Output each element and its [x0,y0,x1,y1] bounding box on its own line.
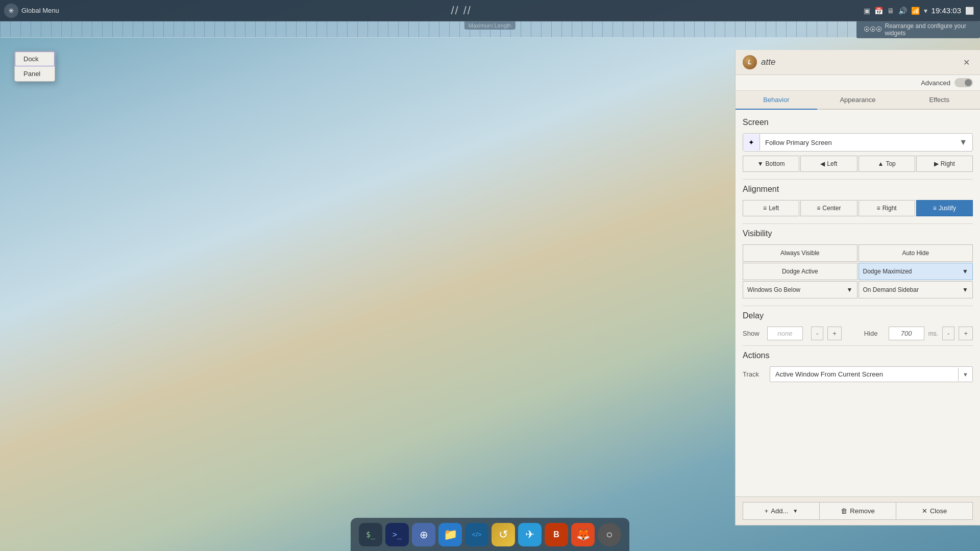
tab-appearance[interactable]: Appearance [817,91,899,109]
show-delay-plus-button[interactable]: + [827,327,842,340]
taskbar-firefox-icon[interactable]: 🦊 [571,523,595,546]
visibility-section-title: Visibility [743,229,973,238]
visibility-on-demand-sidebar-button[interactable]: On Demand Sidebar ▼ [859,281,973,298]
align-center-button[interactable]: ≡ Center [800,200,857,216]
section-divider-4 [743,345,973,346]
visibility-dodge-maximized-button[interactable]: Dodge Maximized ▼ [859,263,973,280]
align-left-button[interactable]: ≡ Left [743,200,799,216]
advanced-row: Advanced [736,75,980,91]
visibility-auto-hide-button[interactable]: Auto Hide [859,244,973,262]
visibility-windows-go-below-button[interactable]: Windows Go Below ▼ [743,281,857,298]
hide-delay-input[interactable] [889,327,924,340]
window-icon[interactable]: ▣ [864,7,870,15]
taskbar-files-icon[interactable]: 📁 [438,523,462,546]
latte-content: Screen ✦ Follow Primary Screen ▼ ▼ Botto… [736,110,980,496]
dropdown-arrow-icon[interactable]: ▾ [924,7,927,15]
tab-effects[interactable]: Effects [898,91,980,109]
bottom-buttons: + Add... ▼ 🗑 Remove ✕ Close [736,496,980,525]
position-top-button[interactable]: ▲ Top [859,156,915,172]
visibility-dodge-active-button[interactable]: Dodge Active [743,263,857,280]
hide-delay-unit: ms. [928,330,938,337]
on-demand-sidebar-arrow-icon: ▼ [962,286,968,293]
latte-title-text: atte [761,57,775,67]
add-button[interactable]: + Add... ▼ [743,502,820,520]
calendar-icon[interactable]: 📅 [874,7,883,15]
taskbar-brave-icon[interactable]: B [545,523,568,546]
actions-section-title: Actions [743,351,973,360]
taskbar: $_ >_ ⊕ 📁 </> ↺ ✈ B 🦊 ○ [351,518,629,551]
visibility-always-visible-button[interactable]: Always Visible [743,244,857,262]
remove-button[interactable]: 🗑 Remove [820,502,896,520]
screen-dropdown[interactable]: ✦ Follow Primary Screen ▼ [743,133,973,152]
actions-row: Track Active Window From Current Screen … [743,366,973,382]
context-menu-panel[interactable]: Panel [15,66,55,81]
wifi-icon[interactable]: 📶 [911,7,920,15]
latte-tabs: Behavior Appearance Effects [736,91,980,110]
track-label: Track [743,370,766,378]
ruler-marks [0,21,856,37]
align-justify-button[interactable]: ≡ Justify [916,200,973,216]
panel-logo-text: // // [451,4,472,17]
delay-show-row: Show - + Hide ms. - + [743,327,973,340]
add-icon: + [765,507,769,515]
remove-icon: 🗑 [841,507,847,515]
alignment-section-title: Alignment [743,185,973,194]
show-delay-input[interactable] [767,327,803,340]
add-arrow-icon: ▼ [793,508,798,514]
widget-bar-text: ⦿⦿⦿ Rearrange and configure your widgets [856,21,980,38]
track-dropdown[interactable]: Active Window From Current Screen ▼ [770,366,973,382]
context-menu: Dock Panel [14,51,55,82]
dodge-maximized-arrow-icon: ▼ [962,268,968,275]
top-panel: ✳ Global Menu // // ▣ 📅 🖥 🔊 📶 ▾ 19:43:03… [0,0,980,21]
global-menu-icon[interactable]: ✳ [4,4,18,18]
volume-icon[interactable]: 🔊 [898,7,907,15]
advanced-toggle[interactable] [954,78,973,87]
context-menu-dock[interactable]: Dock [15,52,55,66]
alignment-grid: ≡ Left ≡ Center ≡ Right ≡ Justify [743,200,973,216]
panel-center: // // [59,4,864,17]
advanced-label: Advanced [921,79,950,87]
taskbar-vpn-icon[interactable]: ⊕ [412,523,435,546]
hide-delay-minus-button[interactable]: - [942,327,954,340]
visibility-grid: Always Visible Auto Hide Dodge Active Do… [743,244,973,298]
screen-section-title: Screen [743,118,973,127]
align-left-icon: ≡ [763,205,767,212]
track-dropdown-text: Active Window From Current Screen [770,367,958,382]
monitor-icon[interactable]: 🖥 [887,7,894,15]
screen-dropdown-text: Follow Primary Screen [760,135,954,151]
position-bottom-button[interactable]: ▼ Bottom [743,156,799,172]
widget-bar-label: Rearrange and configure your widgets [885,22,973,37]
close-button[interactable]: ✕ Close [896,502,973,520]
section-divider-2 [743,223,973,224]
align-center-icon: ≡ [817,205,820,212]
left-icon: ◀ [820,160,825,167]
taskbar-circle-icon[interactable]: ○ [598,523,621,546]
windows-go-below-arrow-icon: ▼ [847,286,853,293]
right-icon: ▶ [934,160,939,167]
track-dropdown-arrow-icon: ▼ [958,368,972,381]
close-icon: ✕ [922,507,927,515]
taskbar-telegram-icon[interactable]: ✈ [518,523,542,546]
show-delay-minus-button[interactable]: - [811,327,823,340]
taskbar-terminal-icon[interactable]: $_ [359,523,382,546]
position-left-button[interactable]: ◀ Left [800,156,857,172]
latte-header: L atte ✕ [736,50,980,75]
position-right-button[interactable]: ▶ Right [916,156,973,172]
align-justify-icon: ≡ [933,205,937,212]
latte-close-button[interactable]: ✕ [960,57,973,68]
widget-bar: ⦿⦿⦿ Rearrange and configure your widgets [0,21,980,38]
screen-resize-icon[interactable]: ⬜ [965,7,974,15]
tab-behavior[interactable]: Behavior [736,91,817,110]
hide-delay-plus-button[interactable]: + [959,327,973,340]
taskbar-terminal2-icon[interactable]: >_ [385,523,409,546]
section-divider-1 [743,179,973,180]
delay-section-title: Delay [743,311,973,320]
clock: 19:43:03 [932,6,961,15]
latte-logo: L [743,55,757,69]
panel-left: ✳ Global Menu [0,4,59,18]
taskbar-refresh-icon[interactable]: ↺ [492,523,515,546]
taskbar-vscode-icon[interactable]: </> [465,523,488,546]
position-grid: ▼ Bottom ◀ Left ▲ Top ▶ Right [743,156,973,172]
align-right-button[interactable]: ≡ Right [859,200,915,216]
global-menu-label: Global Menu [21,7,59,14]
